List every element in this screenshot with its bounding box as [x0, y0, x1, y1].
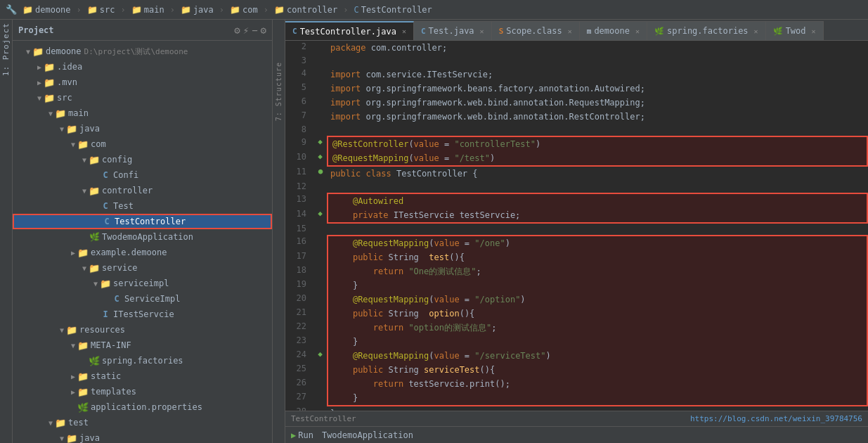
code-9[interactable]: @RestController(value = "controllerTest"…	[328, 136, 867, 151]
tab-close-testcontroller[interactable]: ✕	[402, 27, 406, 35]
code-25[interactable]: public String serviceTest(){	[328, 363, 867, 377]
settings-icon[interactable]: ⚙	[261, 25, 266, 36]
code-14[interactable]: private ITestServcie testServcie;	[328, 208, 867, 223]
tree-item-twodemo[interactable]: ▶ 🌿 TwodemoApplication	[13, 229, 272, 245]
tree-label-src: src	[57, 93, 72, 103]
collapse-icon[interactable]: −	[252, 25, 257, 36]
tab-scope[interactable]: S Scope.class ✕	[492, 21, 580, 40]
tree-item-test-folder[interactable]: ▼ 📁 test	[13, 415, 272, 430]
code-28[interactable]: }	[328, 406, 867, 411]
tab-close-twod[interactable]: ✕	[812, 27, 816, 35]
code-19[interactable]: }	[328, 278, 867, 293]
tree-item-test-java[interactable]: ▼ 📁 java	[13, 430, 272, 443]
code-3[interactable]	[328, 55, 867, 68]
code-23[interactable]: }	[328, 335, 867, 349]
line-2: 2 package com.controller;	[285, 41, 867, 55]
top-project: 📁 demoone	[22, 5, 71, 15]
tree-item-resources[interactable]: ▼ 📁 resources	[13, 322, 272, 338]
tree-item-controller[interactable]: ▼ 📁 controller	[13, 183, 272, 198]
tab-demoone[interactable]: m demoone ✕	[580, 21, 647, 40]
tree-item-service[interactable]: ▼ 📁 service	[13, 260, 272, 276]
tab-test-java[interactable]: C Test.java ✕	[414, 21, 492, 40]
project-strip[interactable]: 1: Project	[0, 20, 13, 443]
tab-label-demoone: demoone	[594, 26, 630, 36]
tab-close-testjava[interactable]: ✕	[480, 27, 484, 35]
code-12[interactable]	[328, 181, 867, 193]
code-20[interactable]: @RequestMapping(value = "/option")	[328, 293, 867, 307]
bottom-tab-run[interactable]: ▶ Run	[291, 430, 313, 440]
tree-label-root: demoone	[46, 46, 82, 56]
tree-item-main[interactable]: ▼ 📁 main	[13, 105, 272, 121]
tab-close-scope[interactable]: ✕	[568, 27, 572, 35]
gutter-2	[313, 41, 328, 55]
line-17: 17 public String test(){	[285, 250, 867, 264]
code-27[interactable]: }	[328, 391, 867, 406]
arrow-test-java: ▼	[58, 434, 66, 442]
tree-item-config[interactable]: ▼ 📁 config	[13, 152, 272, 167]
line-3: 3	[285, 55, 867, 68]
tree-item-testcontroller[interactable]: ▶ C TestController	[13, 214, 272, 229]
tree-item-idea[interactable]: ▶ 📁 .idea	[13, 59, 272, 75]
project-strip-label[interactable]: 1: Project	[1, 23, 11, 79]
tree-item-itestservcie[interactable]: ▶ I ITestServcie	[13, 307, 272, 322]
code-5[interactable]: import org.springframework.beans.factory…	[328, 82, 867, 96]
tree-item-confi[interactable]: ▶ C Confi	[13, 167, 272, 183]
folder-icon-service: 📁	[89, 262, 100, 274]
code-11[interactable]: public class TestController {	[328, 166, 867, 181]
folder-icon-java: 📁	[181, 5, 191, 15]
tree-item-static[interactable]: ▶ 📁 static	[13, 368, 272, 384]
folder-icon-test-java: 📁	[66, 432, 77, 443]
project-panel: Project ⚙ ⚡ − ⚙ ▼ 📁 demoone D:\project\测…	[13, 20, 273, 443]
panel-title: Project	[18, 25, 231, 35]
code-26[interactable]: return testServcie.print();	[328, 377, 867, 391]
code-8[interactable]	[328, 124, 867, 136]
header-icons: ⚙ ⚡ − ⚙	[234, 25, 266, 36]
tree-item-example[interactable]: ▶ 📁 example.demoone	[13, 245, 272, 260]
file-tree[interactable]: ▼ 📁 demoone D:\project\测试\demoone ▶ 📁 .i…	[13, 41, 272, 443]
code-24[interactable]: @RequestMapping(value = "/serviceTest")	[328, 349, 867, 363]
tree-item-com[interactable]: ▼ 📁 com	[13, 136, 272, 152]
tree-item-serviceimpl[interactable]: ▼ 📁 serviceimpl	[13, 276, 272, 291]
editor-area: C TestController.java ✕ C Test.java ✕ S …	[285, 20, 868, 443]
code-22[interactable]: return "option的测试信息";	[328, 321, 867, 335]
code-editor[interactable]: 2 package com.controller; 3 4 import com…	[285, 41, 868, 411]
tab-close-springfactories[interactable]: ✕	[754, 27, 758, 35]
tree-item-root[interactable]: ▼ 📁 demoone D:\project\测试\demoone	[13, 44, 272, 59]
tree-item-templates[interactable]: ▶ 📁 templates	[13, 384, 272, 399]
tree-item-mvn[interactable]: ▶ 📁 .mvn	[13, 75, 272, 90]
code-17[interactable]: public String test(){	[328, 250, 867, 264]
code-13[interactable]: @Autowired	[328, 193, 867, 208]
tree-label-mvn: .mvn	[57, 77, 77, 87]
bottom-tab-twodemo[interactable]: TwodemoApplication	[322, 430, 413, 440]
code-16[interactable]: @RequestMapping(value = "/one")	[328, 236, 867, 250]
code-21[interactable]: public String option(){	[328, 307, 867, 321]
tree-label-spring-factories: spring.factories	[102, 356, 183, 366]
tree-item-spring-factories[interactable]: ▶ 🌿 spring.factories	[13, 353, 272, 368]
tree-item-application-props[interactable]: ▶ 🌿 application.properties	[13, 399, 272, 415]
tab-twod[interactable]: 🌿 Twod ✕	[766, 21, 824, 40]
tab-testcontroller[interactable]: C TestController.java ✕	[285, 21, 414, 40]
arrow-test-folder: ▼	[46, 418, 55, 427]
tree-label-itestservcie: ITestServcie	[113, 309, 174, 319]
arrow-java: ▼	[58, 124, 66, 133]
tree-item-java[interactable]: ▼ 📁 java	[13, 121, 272, 136]
code-2[interactable]: package com.controller;	[328, 41, 867, 55]
breadcrumb-main: 📁 main	[131, 5, 164, 15]
code-10[interactable]: @RequestMapping(value = "/test")	[328, 151, 867, 166]
tab-close-demoone[interactable]: ✕	[635, 27, 640, 35]
tree-item-serviceimpl-cls[interactable]: ▶ C ServiceImpl	[13, 291, 272, 307]
code-15[interactable]	[328, 223, 867, 236]
tree-item-test-class[interactable]: ▶ C Test	[13, 198, 272, 214]
code-4[interactable]: import com.service.ITestServcie;	[328, 68, 867, 82]
tree-item-src[interactable]: ▼ 📁 src	[13, 90, 272, 105]
code-6[interactable]: import org.springframework.web.bind.anno…	[328, 96, 867, 110]
bottom-bar: ▶ Run TwodemoApplication	[285, 426, 868, 443]
tree-item-metainf[interactable]: ▼ 📁 META-INF	[13, 338, 272, 353]
folder-icon-root: 📁	[32, 46, 44, 57]
sync-icon[interactable]: ⚙	[234, 25, 240, 36]
config-icon[interactable]: ⚡	[243, 25, 249, 36]
structure-strip[interactable]: 7: Structure	[273, 20, 285, 443]
code-7[interactable]: import org.springframework.web.bind.anno…	[328, 110, 867, 124]
tab-spring-factories[interactable]: 🌿 spring.factories ✕	[647, 21, 766, 40]
code-18[interactable]: return "One的测试信息";	[328, 264, 867, 278]
